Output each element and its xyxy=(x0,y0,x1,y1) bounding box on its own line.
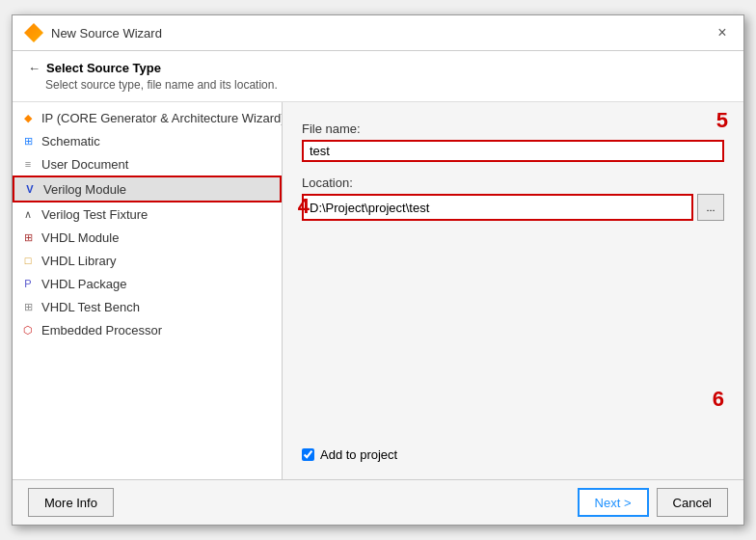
header-subtitle: Select source type, file name and its lo… xyxy=(45,78,728,92)
browse-button[interactable]: ... xyxy=(697,194,724,221)
right-panel: 5 File name: Location: ... 6 Add to pr xyxy=(283,102,743,479)
ip-label: IP (CORE Generator & Architecture Wizard… xyxy=(41,111,283,125)
ip-icon: ◆ xyxy=(20,110,36,125)
add-to-project-group: Add to project xyxy=(302,447,724,470)
vhdlmodule-label: VHDL Module xyxy=(41,230,119,245)
list-item-ip[interactable]: ◆ IP (CORE Generator & Architecture Wiza… xyxy=(13,106,282,129)
location-input-row: ... xyxy=(302,194,724,221)
header-title: ← Select Source Type xyxy=(28,61,728,75)
footer-right: Next > Cancel xyxy=(578,488,728,517)
add-to-project-checkbox[interactable] xyxy=(302,448,314,461)
section-title: Select Source Type xyxy=(46,61,161,75)
embedded-label: Embedded Processor xyxy=(41,323,162,338)
list-item-vhdlbench[interactable]: ⊞ VHDL Test Bench xyxy=(13,295,282,318)
title-bar: New Source Wizard × xyxy=(13,15,743,51)
vhdlpkg-icon: P xyxy=(20,276,36,291)
list-item-vhdlmodule[interactable]: ⊞ VHDL Module xyxy=(13,226,282,249)
vhdlmodule-icon: ⊞ xyxy=(20,230,36,245)
dialog-title: New Source Wizard xyxy=(51,26,162,40)
more-info-button[interactable]: More Info xyxy=(28,488,114,517)
add-to-project-label: Add to project xyxy=(320,447,397,462)
file-name-input[interactable] xyxy=(302,140,724,162)
vhdlbench-label: VHDL Test Bench xyxy=(41,300,140,314)
location-group: Location: ... xyxy=(302,176,724,221)
header-section: ← Select Source Type Select source type,… xyxy=(13,51,743,102)
list-item-userdoc[interactable]: ≡ User Document xyxy=(13,152,282,176)
schematic-label: Schematic xyxy=(41,134,100,148)
close-button[interactable]: × xyxy=(713,23,732,42)
wizard-icon xyxy=(24,23,43,42)
vhdllib-label: VHDL Library xyxy=(41,254,117,268)
verilogtest-icon: ∧ xyxy=(20,206,36,222)
vhdlbench-icon: ⊞ xyxy=(20,299,36,314)
userdoc-label: User Document xyxy=(41,157,128,172)
file-name-group: File name: xyxy=(302,122,724,162)
new-source-wizard-dialog: New Source Wizard × ← Select Source Type… xyxy=(12,14,744,526)
content-area: ◆ IP (CORE Generator & Architecture Wiza… xyxy=(13,102,743,479)
embedded-icon: ⬡ xyxy=(20,322,36,338)
file-name-label: File name: xyxy=(302,122,724,136)
vhdlpkg-label: VHDL Package xyxy=(41,277,126,291)
back-arrow[interactable]: ← xyxy=(28,61,40,75)
list-item-vhdllib[interactable]: □ VHDL Library xyxy=(13,249,282,272)
verilogtest-label: Verilog Test Fixture xyxy=(41,207,148,222)
verilog-icon: V xyxy=(22,181,38,197)
next-button[interactable]: Next > xyxy=(578,488,649,517)
footer: More Info Next > Cancel xyxy=(13,479,743,525)
userdoc-icon: ≡ xyxy=(20,156,36,172)
cancel-button[interactable]: Cancel xyxy=(657,488,728,517)
list-item-vhdlpkg[interactable]: P VHDL Package xyxy=(13,272,282,295)
list-item-verilogtest[interactable]: ∧ Verilog Test Fixture xyxy=(13,202,282,226)
list-item-verilog[interactable]: V Verilog Module xyxy=(13,176,282,202)
verilog-label: Verilog Module xyxy=(43,182,126,197)
source-type-list: ◆ IP (CORE Generator & Architecture Wiza… xyxy=(13,102,283,479)
schematic-icon: ⊞ xyxy=(20,133,36,148)
location-label: Location: xyxy=(302,176,724,190)
vhdllib-icon: □ xyxy=(20,253,36,268)
location-input[interactable] xyxy=(302,194,693,221)
list-item-schematic[interactable]: ⊞ Schematic xyxy=(13,129,282,152)
list-item-embedded[interactable]: ⬡ Embedded Processor xyxy=(13,318,282,341)
title-bar-left: New Source Wizard xyxy=(24,23,162,42)
